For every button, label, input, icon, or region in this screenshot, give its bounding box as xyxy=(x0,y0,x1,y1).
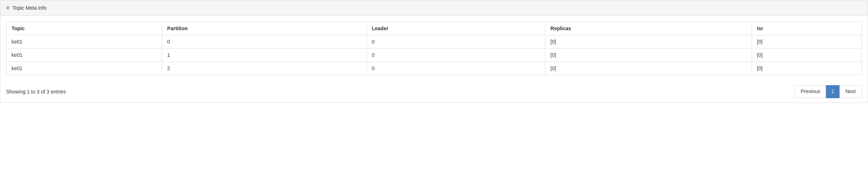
cell-partition: 0 xyxy=(162,35,367,49)
column-header-replicas: Replicas xyxy=(545,22,752,35)
cell-leader: 0 xyxy=(367,49,545,62)
cell-leader: 0 xyxy=(367,62,545,75)
panel-header: ≡ Topic Meta Info xyxy=(0,0,868,16)
next-button[interactable]: Next xyxy=(840,85,862,98)
cell-replicas: [0] xyxy=(545,35,752,49)
topic-meta-table: Topic Partition Leader Replicas Isr ke01… xyxy=(6,22,862,75)
cell-topic: ke01 xyxy=(6,35,162,49)
table-wrapper: Topic Partition Leader Replicas Isr ke01… xyxy=(0,16,868,81)
cell-replicas: [0] xyxy=(545,49,752,62)
cell-partition: 1 xyxy=(162,49,367,62)
table-header-row: Topic Partition Leader Replicas Isr xyxy=(6,22,862,35)
table-icon: ≡ xyxy=(6,5,9,11)
cell-topic: ke01 xyxy=(6,62,162,75)
previous-button[interactable]: Previous xyxy=(795,85,826,98)
column-header-topic: Topic xyxy=(6,22,162,35)
cell-isr: [0] xyxy=(752,35,862,49)
panel-title: Topic Meta Info xyxy=(12,5,46,11)
table-footer: Showing 1 to 3 of 3 entries Previous 1 N… xyxy=(0,81,868,102)
column-header-isr: Isr xyxy=(752,22,862,35)
cell-topic: ke01 xyxy=(6,49,162,62)
pagination: Previous 1 Next xyxy=(795,85,862,98)
cell-leader: 0 xyxy=(367,35,545,49)
table-row: ke0100[0][0] xyxy=(6,35,862,49)
topic-meta-info-panel: ≡ Topic Meta Info Topic Partition Leader… xyxy=(0,0,868,103)
current-page-number[interactable]: 1 xyxy=(826,85,840,98)
column-header-leader: Leader xyxy=(367,22,545,35)
entries-info: Showing 1 to 3 of 3 entries xyxy=(6,89,66,95)
cell-isr: [0] xyxy=(752,62,862,75)
cell-isr: [0] xyxy=(752,49,862,62)
table-row: ke0120[0][0] xyxy=(6,62,862,75)
cell-replicas: [0] xyxy=(545,62,752,75)
column-header-partition: Partition xyxy=(162,22,367,35)
cell-partition: 2 xyxy=(162,62,367,75)
table-row: ke0110[0][0] xyxy=(6,49,862,62)
